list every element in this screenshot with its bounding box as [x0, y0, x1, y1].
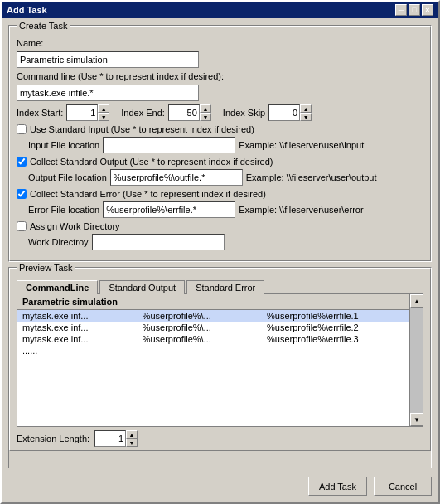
extension-length-spinner[interactable]: ▲ ▼: [94, 430, 138, 447]
index-skip-label: Index Skip: [223, 108, 265, 118]
name-row: Name:: [17, 38, 423, 48]
window-title: Add Task: [7, 5, 47, 15]
table-row: mytask.exe inf... %userprofile%\... %use…: [17, 310, 423, 322]
index-end-spin-btns: ▲ ▼: [200, 104, 211, 121]
input-file-loc-label: Input File location: [28, 140, 99, 150]
index-row: Index Start: ▲ ▼ Index End: ▲ ▼: [17, 104, 423, 121]
index-start-down[interactable]: ▼: [98, 113, 109, 121]
title-bar-buttons: ─ □ ×: [395, 4, 433, 16]
window-body: Create Task Name: Command line (Use * to…: [2, 18, 438, 502]
add-task-window: Add Task ─ □ × Create Task Name: Command…: [0, 0, 440, 504]
bottom-row: Extension Length: ▲ ▼: [17, 427, 423, 450]
index-start-up[interactable]: ▲: [98, 104, 109, 113]
preview-scrollbar[interactable]: ▲ ▼: [409, 294, 423, 426]
index-end-input[interactable]: [168, 104, 200, 121]
use-stdin-checkbox[interactable]: [17, 124, 27, 134]
work-directory-label: Work Directroy: [28, 237, 89, 247]
ext-length-up[interactable]: ▲: [126, 430, 138, 439]
extension-length-input[interactable]: [94, 430, 126, 447]
preview-task-group-label: Preview Task: [17, 263, 75, 273]
add-task-button[interactable]: Add Task: [308, 477, 367, 496]
create-task-group-label: Create Task: [17, 21, 70, 31]
table-cell: %userprofile%\errfile.1: [262, 310, 423, 322]
tab-bar: CommandLine Standard Output Standard Err…: [17, 280, 423, 294]
table-cell: mytask.exe inf...: [17, 322, 138, 333]
cmdline-input[interactable]: [17, 85, 199, 101]
index-end-down[interactable]: ▼: [200, 113, 211, 121]
preview-task-group: Preview Task CommandLine Standard Output…: [8, 267, 432, 468]
error-file-loc-input[interactable]: [103, 201, 235, 218]
assign-work-dir-checkbox[interactable]: [17, 221, 27, 231]
name-input-row: [17, 51, 423, 68]
tab-stdout[interactable]: Standard Output: [99, 280, 185, 294]
index-skip-down[interactable]: ▼: [300, 113, 312, 121]
output-file-example: Example: \\fileserver\user\output: [246, 172, 377, 182]
use-stdin-row: Use Standard Input (Use * to represent i…: [17, 124, 423, 134]
tab-stderr[interactable]: Standard Error: [186, 280, 264, 294]
collect-stdout-row: Collect Standard Output (Use * to repres…: [17, 157, 423, 167]
input-file-loc-input[interactable]: [103, 137, 235, 153]
ext-length-down[interactable]: ▼: [126, 439, 138, 447]
extension-length-label: Extension Length:: [17, 434, 89, 443]
table-cell-ellipsis: ......: [17, 345, 138, 356]
collect-stderr-label: Collect Standard Error (Use * to represe…: [30, 189, 266, 199]
index-skip-spinner[interactable]: ▲ ▼: [268, 104, 312, 121]
work-dir-row: Work Directroy: [28, 234, 423, 250]
table-row: mytask.exe inf... %userprofile%\... %use…: [17, 322, 423, 333]
output-file-loc-input[interactable]: [110, 169, 243, 186]
index-end-up[interactable]: ▲: [200, 104, 211, 113]
index-skip-input[interactable]: [268, 104, 300, 121]
minimize-button[interactable]: ─: [395, 4, 407, 16]
preview-title: Parametric simulation: [17, 294, 423, 310]
table-cell: %userprofile%\errfile.2: [262, 322, 423, 333]
table-cell: mytask.exe inf...: [17, 333, 138, 345]
table-cell: %userprofile%\...: [138, 322, 262, 333]
collect-stderr-row: Collect Standard Error (Use * to represe…: [17, 189, 423, 199]
name-input[interactable]: [17, 51, 199, 68]
scroll-track[interactable]: [410, 308, 423, 413]
index-skip-spin-btns: ▲ ▼: [300, 104, 312, 121]
extension-length-spin-btns: ▲ ▼: [126, 430, 138, 447]
error-file-example: Example: \\fileserver\user\error: [239, 205, 363, 215]
title-bar: Add Task ─ □ ×: [2, 2, 438, 18]
output-file-row: Output File location Example: \\fileserv…: [28, 169, 423, 186]
collect-stdout-checkbox[interactable]: [17, 157, 27, 167]
cmdline-label: Command line (Use * to represent index i…: [17, 71, 224, 81]
index-start-spinner[interactable]: ▲ ▼: [66, 104, 109, 121]
preview-content: Parametric simulation mytask.exe inf... …: [17, 294, 423, 427]
index-start-input[interactable]: [66, 104, 98, 121]
table-row: mytask.exe inf... %userprofile%\... %use…: [17, 333, 423, 345]
input-file-row: Input File location Example: \\fileserve…: [28, 137, 423, 153]
create-task-group: Create Task Name: Command line (Use * to…: [8, 25, 432, 262]
collect-stderr-checkbox[interactable]: [17, 189, 27, 199]
table-cell: %userprofile%\errfile.3: [262, 333, 423, 345]
table-cell: %userprofile%\...: [138, 333, 262, 345]
work-directory-input[interactable]: [92, 234, 225, 250]
preview-table: mytask.exe inf... %userprofile%\... %use…: [17, 310, 423, 356]
input-file-example: Example: \\fileserver\user\input: [239, 140, 364, 150]
index-start-spin-btns: ▲ ▼: [98, 104, 109, 121]
error-file-row: Error File location Example: \\fileserve…: [28, 201, 423, 218]
table-cell: %userprofile%\...: [138, 310, 262, 322]
cancel-button[interactable]: Cancel: [374, 477, 432, 496]
button-row: Add Task Cancel: [8, 473, 432, 496]
collect-stdout-label: Collect Standard Output (Use * to repres…: [30, 157, 273, 167]
cmdline-input-row: [17, 85, 423, 101]
assign-work-dir-label: Assign Work Directory: [30, 221, 120, 231]
use-stdin-label: Use Standard Input (Use * to represent i…: [30, 124, 254, 134]
scroll-down-button[interactable]: ▼: [410, 413, 423, 426]
tab-commandline[interactable]: CommandLine: [17, 280, 98, 294]
error-file-loc-label: Error File location: [28, 205, 99, 215]
table-row-ellipsis: ......: [17, 345, 423, 356]
name-label: Name:: [17, 38, 43, 48]
assign-work-dir-row: Assign Work Directory: [17, 221, 423, 231]
index-skip-up[interactable]: ▲: [300, 104, 312, 113]
index-end-label: Index End:: [121, 108, 165, 118]
index-start-label: Index Start:: [17, 108, 63, 118]
close-button[interactable]: ×: [422, 4, 433, 16]
scroll-up-button[interactable]: ▲: [410, 294, 423, 308]
maximize-button[interactable]: □: [409, 4, 420, 16]
output-file-loc-label: Output File location: [28, 172, 107, 182]
cmdline-label-row: Command line (Use * to represent index i…: [17, 71, 423, 81]
index-end-spinner[interactable]: ▲ ▼: [168, 104, 211, 121]
